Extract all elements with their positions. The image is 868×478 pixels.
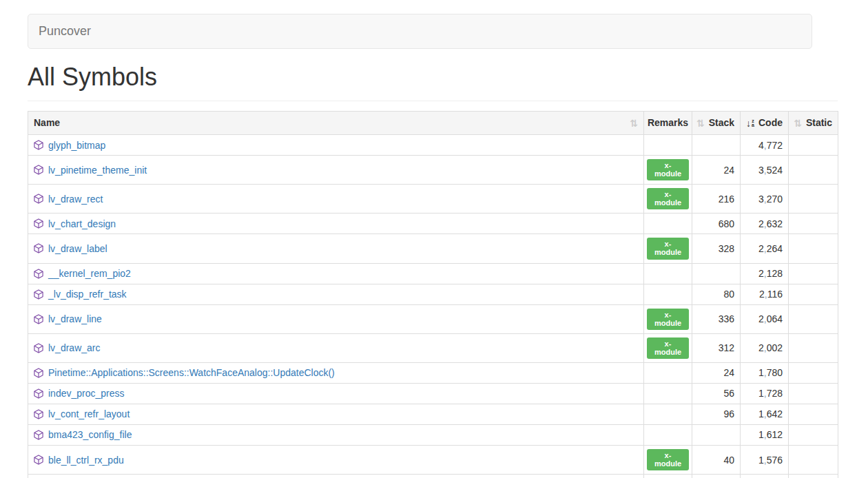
table-row: indev_proc_press 56 1,728 (28, 383, 838, 404)
symbol-cube-icon (34, 165, 43, 175)
table-row: ble_ll_ctrl_rx_pdu x-module 40 1,576 (28, 445, 838, 474)
column-header-static[interactable]: ⇅ Static (789, 112, 838, 135)
sort-both-icon: ⇅ (794, 118, 802, 128)
x-module-badge: x-module (647, 449, 689, 470)
static-value (789, 263, 838, 284)
symbol-link[interactable]: _lv_disp_refr_task (48, 289, 127, 300)
remarks-cell (644, 214, 692, 234)
brand-link[interactable]: Puncover (28, 24, 101, 39)
stack-value (692, 135, 741, 156)
symbol-link[interactable]: lv_draw_label (48, 243, 107, 254)
page-container: Puncover All Symbols Name ⇅ Remar (28, 0, 868, 478)
table-row: lv_draw_line x-module 336 2,064 (28, 304, 838, 333)
remarks-cell (644, 475, 692, 478)
code-value: 2,064 (741, 304, 789, 333)
static-value (789, 362, 838, 383)
column-header-stack[interactable]: ⇅ Stack (692, 112, 741, 135)
stack-value: 96 (692, 404, 741, 424)
column-header-name[interactable]: Name ⇅ (28, 112, 644, 135)
table-row: __kernel_rem_pio2 2,128 (28, 263, 838, 284)
static-value (789, 234, 838, 263)
name-cell: lv_cont_refr_layout (28, 404, 644, 424)
remarks-cell (644, 383, 692, 404)
remarks-cell: x-module (644, 234, 692, 263)
symbol-link[interactable]: indev_proc_press (48, 388, 125, 399)
remarks-cell: x-module (644, 445, 692, 474)
table-row: bma423_config_file 1,612 (28, 424, 838, 445)
code-value: 1,780 (741, 362, 789, 383)
symbol-cube-icon (34, 430, 43, 440)
column-label-code: Code (758, 116, 783, 129)
stack-value: 248 (692, 475, 741, 478)
static-value (789, 304, 838, 333)
symbol-link[interactable]: lv_draw_line (48, 313, 102, 324)
stack-value: 336 (692, 304, 741, 333)
name-cell: lv_draw_label (28, 234, 644, 263)
static-value (789, 445, 838, 474)
symbol-link[interactable]: lv_chart_design (48, 218, 116, 229)
name-cell: lv_draw_arc (28, 333, 644, 362)
symbol-cube-icon (34, 455, 43, 465)
remarks-cell (644, 135, 692, 156)
code-value: 1,480 (741, 475, 789, 478)
code-value: 2,116 (741, 284, 789, 304)
table-row: lv_draw_rect x-module 216 3,270 (28, 185, 838, 214)
navbar: Puncover (28, 14, 812, 49)
symbol-link[interactable]: __kernel_rem_pio2 (48, 268, 131, 279)
name-cell: lv_pinetime_theme_init (28, 156, 644, 185)
symbol-cube-icon (34, 289, 43, 300)
x-module-badge: x-module (647, 159, 689, 180)
symbol-cube-icon (34, 140, 43, 150)
column-header-remarks[interactable]: Remarks (644, 112, 692, 135)
symbol-cube-icon (34, 388, 43, 399)
static-value (789, 383, 838, 404)
table-row: _lv_disp_refr_task 80 2,116 (28, 284, 838, 304)
stack-value: 56 (692, 383, 741, 404)
code-value: 1,642 (741, 404, 789, 424)
static-value (789, 135, 838, 156)
code-value: 2,002 (741, 333, 789, 362)
code-value: 4,772 (741, 135, 789, 156)
table-row: lv_draw_arc x-module 312 2,002 (28, 333, 838, 362)
name-cell: glyph_bitmap (28, 135, 644, 156)
sort-both-icon: ⇅ (630, 118, 638, 128)
symbol-link[interactable]: lv_draw_arc (48, 342, 100, 353)
name-cell: lv_draw_rect (28, 185, 644, 214)
static-value (789, 284, 838, 304)
symbol-cube-icon (34, 409, 43, 419)
name-cell: ble_ll_ctrl_rx_pdu (28, 445, 644, 474)
symbol-link[interactable]: lv_pinetime_theme_init (48, 165, 147, 176)
symbol-link[interactable]: bma423_config_file (48, 429, 132, 440)
x-module-badge: x-module (647, 337, 689, 359)
code-value: 3,270 (741, 185, 789, 214)
name-cell: Pinetime::Applications::Screens::WatchFa… (28, 362, 644, 383)
code-value: 3,524 (741, 156, 789, 185)
symbol-link[interactable]: glyph_bitmap (48, 140, 105, 151)
symbol-link[interactable]: Pinetime::Applications::Screens::WatchFa… (48, 367, 335, 378)
static-value (789, 185, 838, 214)
table-row: Pinetime::Applications::Screens::WatchFa… (28, 362, 838, 383)
name-cell: indev_proc_press (28, 383, 644, 404)
table-row: glyph_bitmap 4,772 (28, 135, 838, 156)
column-label-static: Static (806, 116, 832, 129)
static-value (789, 475, 838, 478)
symbol-link[interactable]: lv_draw_rect (48, 194, 103, 205)
remarks-cell: x-module (644, 185, 692, 214)
table-header: Name ⇅ Remarks ⇅ Stack (28, 112, 838, 135)
table-row: lv_pinetime_theme_init x-module 24 3,524 (28, 156, 838, 185)
sort-desc-icon: ↓ z a (746, 118, 754, 128)
symbol-link[interactable]: lv_cont_refr_layout (48, 408, 130, 419)
symbol-link[interactable]: ble_ll_ctrl_rx_pdu (48, 455, 124, 466)
sort-both-icon: ⇅ (696, 118, 705, 128)
name-cell: _lv_disp_refr_task (28, 284, 644, 304)
stack-value (692, 424, 741, 445)
code-value: 2,264 (741, 234, 789, 263)
static-value (789, 214, 838, 234)
x-module-badge: x-module (647, 188, 689, 209)
symbol-cube-icon (34, 218, 43, 229)
table-row: lv_cont_refr_layout 96 1,642 (28, 404, 838, 424)
table-row: lv_bar_design 248 1,480 (28, 475, 838, 478)
column-label-stack: Stack (709, 116, 734, 129)
column-header-code[interactable]: ↓ z a Code (741, 112, 789, 135)
code-value: 2,632 (741, 214, 789, 234)
